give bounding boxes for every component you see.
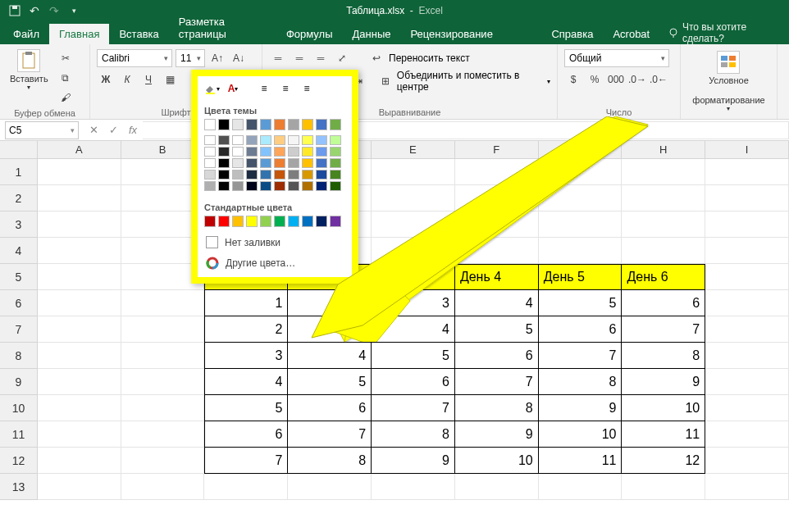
cell[interactable]: 4 bbox=[372, 316, 455, 343]
name-box[interactable]: C5 bbox=[5, 121, 79, 139]
cell[interactable]: 6 bbox=[204, 421, 288, 448]
cell[interactable] bbox=[38, 448, 121, 474]
cell[interactable]: 8 bbox=[372, 421, 455, 448]
row-header[interactable]: 13 bbox=[0, 474, 38, 500]
no-fill-item[interactable]: Нет заливки bbox=[198, 232, 352, 252]
color-swatch[interactable] bbox=[204, 181, 216, 191]
wrap-text-button[interactable]: Переносить текст bbox=[389, 52, 470, 64]
cell[interactable]: 8 bbox=[288, 448, 372, 474]
color-swatch[interactable] bbox=[246, 147, 258, 157]
tell-me-search[interactable]: Что вы хотите сделать? bbox=[659, 21, 789, 44]
color-swatch[interactable] bbox=[232, 147, 244, 157]
color-swatch[interactable] bbox=[232, 181, 244, 191]
cell[interactable]: 3 bbox=[204, 343, 288, 369]
cell[interactable]: 5 bbox=[204, 395, 288, 421]
color-swatch[interactable] bbox=[218, 135, 230, 145]
align-mini-icon[interactable]: ≡ bbox=[255, 80, 273, 98]
accounting-format-icon[interactable]: $ bbox=[564, 70, 582, 89]
color-swatch[interactable] bbox=[288, 135, 299, 145]
color-swatch[interactable] bbox=[302, 181, 313, 191]
cell[interactable] bbox=[372, 185, 455, 211]
cell[interactable] bbox=[121, 395, 205, 421]
row-header[interactable]: 9 bbox=[0, 369, 38, 395]
cell[interactable] bbox=[705, 448, 789, 474]
color-swatch[interactable] bbox=[246, 216, 258, 227]
decrease-font-icon[interactable]: A↓ bbox=[230, 49, 248, 67]
color-swatch[interactable] bbox=[316, 170, 327, 180]
color-swatch[interactable] bbox=[232, 119, 244, 130]
color-swatch[interactable] bbox=[232, 170, 244, 180]
cell[interactable] bbox=[705, 159, 789, 185]
save-icon[interactable] bbox=[5, 2, 25, 20]
italic-button[interactable]: К bbox=[118, 70, 136, 89]
tab-home[interactable]: Главная bbox=[49, 24, 109, 44]
cell[interactable] bbox=[455, 211, 539, 238]
cell[interactable] bbox=[539, 238, 623, 264]
underline-button[interactable]: Ч bbox=[139, 70, 157, 89]
color-swatch[interactable] bbox=[260, 216, 271, 227]
color-swatch[interactable] bbox=[260, 147, 271, 157]
cell[interactable] bbox=[38, 421, 121, 448]
col-header[interactable]: H bbox=[622, 141, 705, 159]
bold-button[interactable]: Ж bbox=[97, 70, 115, 89]
row-header[interactable]: 6 bbox=[0, 290, 38, 316]
cell[interactable] bbox=[38, 395, 121, 421]
row-header[interactable]: 4 bbox=[0, 238, 38, 264]
cell[interactable] bbox=[705, 238, 789, 264]
cell[interactable] bbox=[705, 474, 789, 500]
cell[interactable]: 3 bbox=[372, 290, 455, 316]
color-swatch[interactable] bbox=[246, 158, 258, 168]
cell[interactable]: 7 bbox=[455, 369, 539, 395]
color-swatch[interactable] bbox=[204, 170, 216, 180]
comma-format-icon[interactable]: 000 bbox=[607, 70, 625, 89]
color-swatch[interactable] bbox=[218, 181, 230, 191]
font-name-combo[interactable]: Calibri bbox=[97, 49, 172, 67]
color-swatch[interactable] bbox=[274, 170, 285, 180]
align-middle-icon[interactable]: ═ bbox=[290, 49, 308, 67]
color-swatch[interactable] bbox=[260, 181, 271, 191]
color-swatch[interactable] bbox=[330, 158, 341, 168]
color-swatch[interactable] bbox=[288, 147, 299, 157]
color-swatch[interactable] bbox=[302, 119, 313, 130]
cell[interactable]: 7 bbox=[539, 343, 623, 369]
color-swatch[interactable] bbox=[204, 216, 216, 227]
select-all-corner[interactable] bbox=[0, 141, 38, 159]
cell[interactable]: 12 bbox=[622, 448, 705, 474]
cell[interactable] bbox=[38, 290, 121, 316]
color-swatch[interactable] bbox=[330, 170, 341, 180]
color-swatch[interactable] bbox=[274, 119, 285, 130]
cell[interactable]: 6 bbox=[539, 316, 623, 343]
cell[interactable] bbox=[121, 448, 205, 474]
increase-decimal-icon[interactable]: .0→ bbox=[628, 70, 646, 89]
color-swatch[interactable] bbox=[288, 119, 299, 130]
color-swatch[interactable] bbox=[330, 135, 341, 145]
color-swatch[interactable] bbox=[302, 170, 313, 180]
percent-format-icon[interactable]: % bbox=[586, 70, 604, 89]
color-swatch[interactable] bbox=[218, 216, 230, 227]
conditional-formatting-button[interactable]: Условноеформатирование ▾ bbox=[689, 49, 768, 114]
cell[interactable]: 5 bbox=[372, 343, 455, 369]
align-mini-icon[interactable]: ≡ bbox=[298, 80, 316, 98]
format-painter-icon[interactable]: 🖌 bbox=[57, 89, 75, 107]
cell[interactable]: 8 bbox=[455, 395, 539, 421]
cell[interactable]: 5 bbox=[455, 316, 539, 343]
cell[interactable] bbox=[622, 238, 705, 264]
cell[interactable]: 9 bbox=[539, 395, 623, 421]
color-swatch[interactable] bbox=[316, 158, 327, 168]
font-color-icon[interactable]: A▾ bbox=[224, 80, 242, 98]
tab-page-layout[interactable]: Разметка страницы bbox=[169, 11, 276, 44]
more-colors-item[interactable]: Другие цвета… bbox=[198, 252, 352, 274]
cell[interactable]: 4 bbox=[204, 369, 288, 395]
cell[interactable]: 11 bbox=[622, 421, 705, 448]
cell[interactable] bbox=[705, 185, 789, 211]
col-header[interactable]: I bbox=[705, 141, 789, 159]
cell[interactable]: День 6 bbox=[622, 264, 705, 290]
number-format-combo[interactable]: Общий bbox=[564, 49, 669, 67]
color-swatch[interactable] bbox=[288, 216, 299, 227]
row-header[interactable]: 1 bbox=[0, 159, 38, 185]
color-swatch[interactable] bbox=[302, 158, 313, 168]
cell[interactable]: 6 bbox=[288, 395, 372, 421]
color-swatch[interactable] bbox=[232, 216, 244, 227]
cell[interactable] bbox=[705, 369, 789, 395]
cell[interactable] bbox=[455, 474, 539, 500]
